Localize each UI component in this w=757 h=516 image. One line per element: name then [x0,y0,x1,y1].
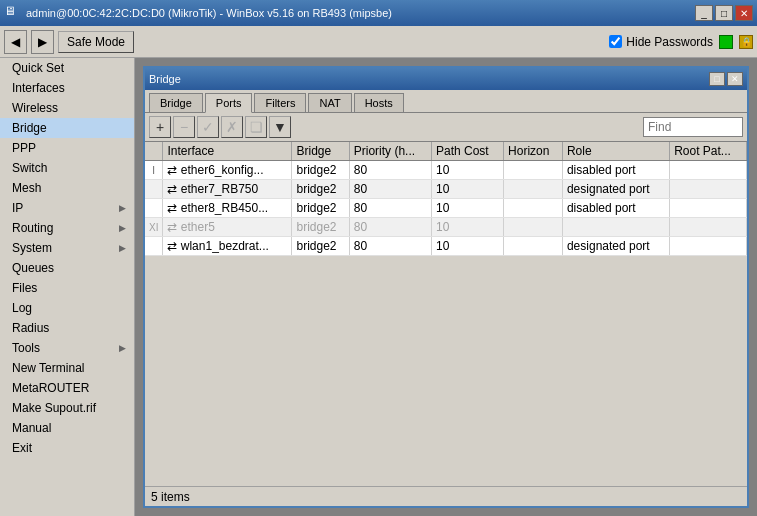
sidebar-arrow-tools: ▶ [119,343,126,353]
sidebar-item-routing[interactable]: Routing▶ [0,218,134,238]
sidebar-item-quick-set[interactable]: Quick Set [0,58,134,78]
sidebar-item-bridge[interactable]: Bridge [0,118,134,138]
col-header-path_cost[interactable]: Path Cost [431,142,503,161]
table-row[interactable]: XI⇄ ether5bridge28010 [145,218,747,237]
sidebar-item-queues[interactable]: Queues [0,258,134,278]
content-area: Bridge □ ✕ BridgePortsFiltersNATHosts + … [135,58,757,516]
bridge-title-buttons: □ ✕ [709,72,743,86]
cell-0-4: 10 [431,161,503,180]
sidebar-item-wireless[interactable]: Wireless [0,98,134,118]
cell-3-7 [670,218,747,237]
sidebar-label-files: Files [12,281,37,295]
add-button[interactable]: + [149,116,171,138]
cell-1-2: bridge2 [292,180,349,199]
hide-passwords-container: Hide Passwords [609,35,713,49]
sidebar-label-mesh: Mesh [12,181,41,195]
table-container: InterfaceBridgePriority (h...Path CostHo… [145,141,747,465]
cell-3-0: XI [145,218,163,237]
bridge-close-button[interactable]: ✕ [727,72,743,86]
bridge-maximize-button[interactable]: □ [709,72,725,86]
cell-0-3: 80 [349,161,431,180]
col-header-priority[interactable]: Priority (h... [349,142,431,161]
table-row[interactable]: ⇄ ether8_RB450...bridge28010disabled por… [145,199,747,218]
sidebar-item-tools[interactable]: Tools▶ [0,338,134,358]
sidebar-item-exit[interactable]: Exit [0,438,134,458]
cell-4-7 [670,237,747,256]
cell-3-4: 10 [431,218,503,237]
cell-4-3: 80 [349,237,431,256]
close-button[interactable]: ✕ [735,5,753,21]
sidebar-item-system[interactable]: System▶ [0,238,134,258]
tab-bridge[interactable]: Bridge [149,93,203,112]
maximize-button[interactable]: □ [715,5,733,21]
sidebar-item-ip[interactable]: IP▶ [0,198,134,218]
sidebar-item-files[interactable]: Files [0,278,134,298]
tab-nat[interactable]: NAT [308,93,351,112]
sidebar-label-ppp: PPP [12,141,36,155]
cell-2-4: 10 [431,199,503,218]
cell-3-6 [562,218,669,237]
cell-1-4: 10 [431,180,503,199]
col-header-marker[interactable] [145,142,163,161]
col-header-interface[interactable]: Interface [163,142,292,161]
sidebar-item-new-terminal[interactable]: New Terminal [0,358,134,378]
sidebar-label-routing: Routing [12,221,53,235]
sidebar-label-queues: Queues [12,261,54,275]
enable-button[interactable]: ✓ [197,116,219,138]
col-header-bridge[interactable]: Bridge [292,142,349,161]
sidebar-item-ppp[interactable]: PPP [0,138,134,158]
cell-0-2: bridge2 [292,161,349,180]
sidebar-label-new-terminal: New Terminal [12,361,84,375]
sidebar-item-interfaces[interactable]: Interfaces [0,78,134,98]
disable-button[interactable]: ✗ [221,116,243,138]
cell-0-7 [670,161,747,180]
copy-button[interactable]: ❏ [245,116,267,138]
sidebar-item-manual[interactable]: Manual [0,418,134,438]
sidebar-label-ip: IP [12,201,23,215]
tabs-bar: BridgePortsFiltersNATHosts [145,90,747,113]
cell-1-5 [504,180,563,199]
cell-2-3: 80 [349,199,431,218]
title-bar-text: admin@00:0C:42:2C:DC:D0 (MikroTik) - Win… [26,7,695,19]
sidebar-item-switch[interactable]: Switch [0,158,134,178]
table-row[interactable]: I⇄ ether6_konfig...bridge28010disabled p… [145,161,747,180]
forward-button[interactable]: ▶ [31,30,54,54]
cell-4-6: designated port [562,237,669,256]
cell-0-1: ⇄ ether6_konfig... [163,161,292,180]
find-input[interactable] [643,117,743,137]
cell-3-3: 80 [349,218,431,237]
tab-filters[interactable]: Filters [254,93,306,112]
tab-hosts[interactable]: Hosts [354,93,404,112]
table-row[interactable]: ⇄ ether7_RB750bridge28010designated port [145,180,747,199]
sidebar-label-wireless: Wireless [12,101,58,115]
sidebar-item-make-supout[interactable]: Make Supout.rif [0,398,134,418]
safe-mode-button[interactable]: Safe Mode [58,31,134,53]
filter-button[interactable]: ▼ [269,116,291,138]
status-text: 5 items [151,490,190,504]
bridge-title-text: Bridge [149,73,709,85]
cell-2-5 [504,199,563,218]
tab-ports[interactable]: Ports [205,93,253,113]
sidebar-label-radius: Radius [12,321,49,335]
hide-passwords-label: Hide Passwords [626,35,713,49]
sidebar-item-metarouter[interactable]: MetaROUTER [0,378,134,398]
cell-2-7 [670,199,747,218]
col-header-root_path[interactable]: Root Pat... [670,142,747,161]
remove-button[interactable]: − [173,116,195,138]
sidebar-item-mesh[interactable]: Mesh [0,178,134,198]
app-icon: 🖥 [4,4,22,22]
minimize-button[interactable]: _ [695,5,713,21]
sidebar-item-radius[interactable]: Radius [0,318,134,338]
col-header-role[interactable]: Role [562,142,669,161]
cell-3-1: ⇄ ether5 [163,218,292,237]
cell-1-7 [670,180,747,199]
table-row[interactable]: ⇄ wlan1_bezdrat...bridge28010designated … [145,237,747,256]
back-button[interactable]: ◀ [4,30,27,54]
cell-1-3: 80 [349,180,431,199]
sidebar-item-log[interactable]: Log [0,298,134,318]
inner-toolbar: + − ✓ ✗ ❏ ▼ [145,113,747,141]
hide-passwords-checkbox[interactable] [609,35,622,48]
led-lock-indicator: 🔒 [739,35,753,49]
col-header-horizon[interactable]: Horizon [504,142,563,161]
sidebar-label-quick-set: Quick Set [12,61,64,75]
